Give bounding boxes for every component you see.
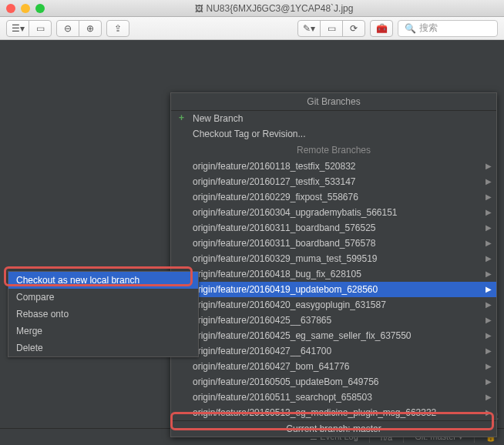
checkout-tag-item[interactable]: Checkout Tag or Revision... — [171, 126, 496, 142]
remote-branch-item[interactable]: origin/feature/20160420_easygoplugin_631… — [171, 297, 496, 313]
remote-branch-item[interactable]: origin/feature/20160505_updateBom_649756… — [171, 374, 496, 390]
remote-branch-item[interactable]: origin/feature/20160511_searchopt_658503… — [171, 390, 496, 405]
zoom-icon[interactable] — [35, 4, 45, 13]
branch-label: origin/feature/20160511_searchopt_658503 — [193, 392, 372, 403]
rectangle-select-button[interactable]: ▭ — [320, 20, 343, 37]
close-icon[interactable] — [6, 4, 15, 13]
window-title: NU83{6MXJ6GC3@1YCAP48`J.jpg — [50, 3, 498, 14]
search-input[interactable]: 🔍 搜索 — [398, 20, 498, 37]
remote-branch-item[interactable]: origin/feature/20160418_bug_fix_628105▶ — [171, 266, 496, 282]
chevron-right-icon: ▶ — [486, 223, 492, 232]
chevron-right-icon: ▶ — [486, 254, 492, 263]
rotate-button[interactable]: ⟳ — [342, 20, 365, 37]
chevron-right-icon: ▶ — [486, 377, 492, 386]
branch-label: origin/feature/20160513_eg_medicine_plug… — [193, 407, 436, 418]
branch-label: origin/feature/20160127_testfix_533147 — [193, 176, 356, 187]
branch-label: origin/feature/20160311_boardband_576525 — [193, 222, 376, 233]
remote-branch-item[interactable]: origin/feature/20160118_testfix_520832▶ — [171, 159, 496, 174]
context-menu-item[interactable]: Rebase onto — [8, 306, 198, 323]
zoom-out-button[interactable]: ⊖ — [56, 20, 79, 37]
chevron-right-icon: ▶ — [486, 269, 492, 278]
current-branch-footer: Current branch: master — [171, 420, 496, 437]
branch-label: origin/feature/20160229_fixpost_558676 — [193, 192, 358, 202]
branch-label: origin/feature/20160425__637865 — [193, 315, 331, 326]
branch-label: origin/feature/20160427_bom_641776 — [193, 361, 350, 372]
chevron-right-icon: ▶ — [486, 316, 492, 324]
branch-label: origin/feature/20160311_boardband_576578 — [193, 238, 376, 249]
zoom-segment: ⊖ ⊕ — [56, 20, 102, 37]
context-menu-item[interactable]: Delete — [8, 340, 198, 356]
markup-segment: ✎▾ ▭ ⟳ — [297, 20, 365, 37]
zoom-in-button[interactable]: ⊕ — [79, 20, 102, 37]
new-branch-item[interactable]: + New Branch — [171, 111, 496, 126]
search-placeholder: 搜索 — [419, 22, 438, 35]
branch-label: origin/feature/20160118_testfix_520832 — [193, 161, 356, 172]
remote-branch-item[interactable]: origin/feature/20160329_muma_test_599519… — [171, 251, 496, 266]
chevron-right-icon: ▶ — [486, 346, 492, 355]
chevron-right-icon: ▶ — [486, 192, 492, 201]
checkout-tag-label: Checkout Tag or Revision... — [193, 129, 306, 139]
chevron-right-icon: ▶ — [486, 208, 492, 216]
chevron-right-icon: ▶ — [486, 177, 492, 186]
chevron-right-icon: ▶ — [486, 331, 492, 340]
remote-branch-item[interactable]: origin/feature/20160427__641700▶ — [171, 343, 496, 359]
remote-branch-item[interactable]: origin/feature/20160419_updatebom_628560… — [171, 282, 496, 297]
remote-branch-item[interactable]: origin/feature/20160513_eg_medicine_plug… — [171, 405, 496, 420]
chevron-right-icon: ▶ — [486, 300, 492, 309]
branch-label: origin/feature/20160505_updateBom_649756 — [193, 376, 379, 387]
branch-label: origin/feature/20160420_easygoplugin_631… — [193, 299, 386, 310]
plus-icon: + — [179, 112, 184, 123]
chevron-right-icon: ▶ — [486, 239, 492, 247]
chevron-right-icon: ▶ — [486, 408, 492, 417]
search-icon: 🔍 — [405, 23, 416, 34]
window-titlebar: NU83{6MXJ6GC3@1YCAP48`J.jpg — [0, 0, 504, 17]
remote-branch-list: origin/feature/20160118_testfix_520832▶o… — [171, 159, 496, 420]
context-menu-item[interactable]: Merge — [8, 323, 198, 340]
preview-toolbar: ☰▾ ▭ ⊖ ⊕ ⇪ ✎▾ ▭ ⟳ 🧰 🔍 搜索 — [0, 17, 504, 40]
ide-surface: Checkout as new local branchCompareRebas… — [0, 40, 504, 445]
git-branches-popup: Git Branches + New Branch Checkout Tag o… — [170, 92, 497, 437]
branch-label: origin/feature/20160419_updatebom_628560 — [193, 284, 378, 295]
share-button[interactable]: ⇪ — [106, 20, 129, 37]
branch-label: origin/feature/20160427__641700 — [193, 346, 331, 356]
branch-label: origin/feature/20160329_muma_test_599519 — [193, 253, 378, 264]
git-popup-title: Git Branches — [171, 93, 496, 111]
sidebar-segment: ☰▾ ▭ — [6, 20, 52, 37]
minimize-icon[interactable] — [21, 4, 30, 13]
branch-label: origin/feature/20160425_eg_same_seller_f… — [193, 330, 412, 341]
markup-toolbar-button[interactable]: 🧰 — [370, 20, 393, 37]
remote-branch-item[interactable]: origin/feature/20160311_boardband_576525… — [171, 220, 496, 236]
sidebar-toggle-button[interactable]: ☰▾ — [6, 20, 29, 37]
branch-label: origin/feature/20160304_upgrademybatis_5… — [193, 207, 398, 218]
remote-branch-item[interactable]: origin/feature/20160427_bom_641776▶ — [171, 359, 496, 374]
remote-branch-item[interactable]: origin/feature/20160425_eg_same_seller_f… — [171, 328, 496, 343]
remote-branch-item[interactable]: origin/feature/20160127_testfix_533147▶ — [171, 174, 496, 189]
chevron-right-icon: ▶ — [486, 362, 492, 370]
context-menu-item[interactable]: Checkout as new local branch — [8, 272, 198, 289]
chevron-right-icon: ▶ — [486, 285, 492, 293]
remote-branch-item[interactable]: origin/feature/20160311_boardband_576578… — [171, 236, 496, 251]
remote-branches-header: Remote Branches — [171, 142, 496, 159]
branch-label: origin/feature/20160418_bug_fix_628105 — [193, 269, 361, 279]
context-menu-item[interactable]: Compare — [8, 289, 198, 306]
remote-branch-item[interactable]: origin/feature/20160425__637865▶ — [171, 313, 496, 328]
new-branch-label: New Branch — [193, 113, 243, 124]
thumbnails-button[interactable]: ▭ — [29, 20, 52, 37]
remote-branch-item[interactable]: origin/feature/20160304_upgrademybatis_5… — [171, 205, 496, 220]
branch-context-menu: Checkout as new local branchCompareRebas… — [8, 271, 199, 357]
remote-branch-item[interactable]: origin/feature/20160229_fixpost_558676▶ — [171, 189, 496, 205]
chevron-right-icon: ▶ — [486, 162, 492, 170]
chevron-right-icon: ▶ — [486, 393, 492, 401]
edit-button[interactable]: ✎▾ — [297, 20, 321, 37]
